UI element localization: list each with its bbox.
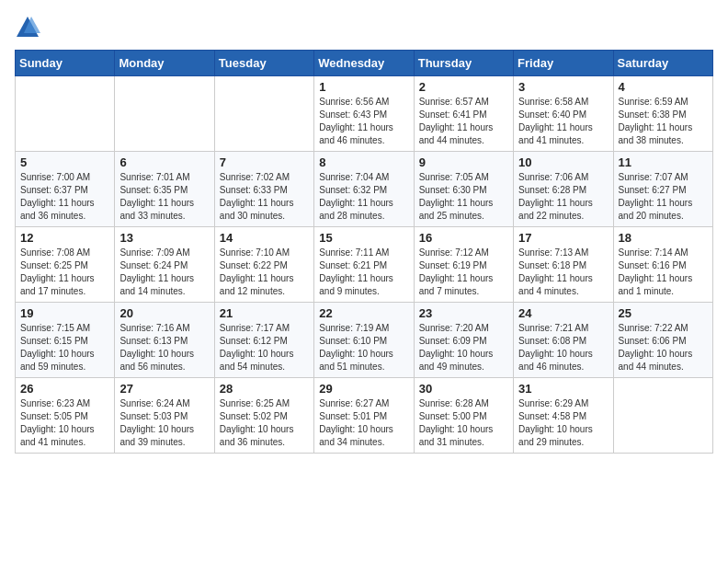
day-info: Sunrise: 6:24 AM Sunset: 5:03 PM Dayligh… — [119, 397, 209, 449]
calendar-cell: 17Sunrise: 7:13 AM Sunset: 6:18 PM Dayli… — [514, 227, 613, 303]
day-number: 27 — [119, 382, 209, 396]
calendar-cell: 30Sunrise: 6:28 AM Sunset: 5:00 PM Dayli… — [414, 378, 513, 454]
day-info: Sunrise: 7:09 AM Sunset: 6:24 PM Dayligh… — [119, 247, 209, 298]
day-number: 22 — [319, 306, 408, 320]
day-number: 21 — [220, 306, 309, 320]
day-info: Sunrise: 7:22 AM Sunset: 6:06 PM Dayligh… — [619, 322, 708, 373]
calendar-week-row: 5Sunrise: 7:00 AM Sunset: 6:37 PM Daylig… — [16, 152, 713, 227]
day-info: Sunrise: 7:05 AM Sunset: 6:30 PM Dayligh… — [419, 171, 508, 223]
day-info: Sunrise: 6:23 AM Sunset: 5:05 PM Dayligh… — [20, 397, 109, 449]
calendar-header-thursday: Thursday — [414, 51, 513, 76]
day-info: Sunrise: 7:16 AM Sunset: 6:13 PM Dayligh… — [119, 322, 209, 373]
day-number: 30 — [419, 382, 508, 396]
calendar-cell: 18Sunrise: 7:14 AM Sunset: 6:16 PM Dayli… — [613, 227, 712, 303]
logo — [15, 15, 44, 40]
day-info: Sunrise: 7:02 AM Sunset: 6:33 PM Dayligh… — [220, 171, 309, 223]
calendar-week-row: 26Sunrise: 6:23 AM Sunset: 5:05 PM Dayli… — [16, 378, 713, 454]
calendar-cell: 7Sunrise: 7:02 AM Sunset: 6:33 PM Daylig… — [214, 152, 313, 227]
calendar-cell: 29Sunrise: 6:27 AM Sunset: 5:01 PM Dayli… — [314, 378, 414, 454]
day-number: 8 — [319, 155, 408, 169]
calendar-cell: 20Sunrise: 7:16 AM Sunset: 6:13 PM Dayli… — [115, 303, 214, 378]
day-info: Sunrise: 7:15 AM Sunset: 6:15 PM Dayligh… — [20, 322, 109, 373]
day-info: Sunrise: 6:25 AM Sunset: 5:02 PM Dayligh… — [220, 397, 309, 449]
calendar-cell: 21Sunrise: 7:17 AM Sunset: 6:12 PM Dayli… — [214, 303, 313, 378]
day-number: 31 — [518, 382, 608, 396]
calendar-header-monday: Monday — [115, 51, 214, 76]
day-info: Sunrise: 6:59 AM Sunset: 6:38 PM Dayligh… — [619, 96, 708, 147]
calendar-header-wednesday: Wednesday — [314, 51, 414, 76]
day-number: 2 — [419, 80, 508, 94]
day-info: Sunrise: 7:01 AM Sunset: 6:35 PM Dayligh… — [119, 171, 209, 223]
day-info: Sunrise: 6:29 AM Sunset: 4:58 PM Dayligh… — [518, 397, 608, 449]
calendar-cell: 4Sunrise: 6:59 AM Sunset: 6:38 PM Daylig… — [613, 76, 712, 152]
calendar-header-tuesday: Tuesday — [214, 51, 313, 76]
day-info: Sunrise: 7:20 AM Sunset: 6:09 PM Dayligh… — [419, 322, 508, 373]
day-number: 1 — [319, 80, 408, 94]
calendar-cell: 15Sunrise: 7:11 AM Sunset: 6:21 PM Dayli… — [314, 227, 414, 303]
calendar-cell — [115, 76, 214, 152]
calendar-cell: 9Sunrise: 7:05 AM Sunset: 6:30 PM Daylig… — [414, 152, 513, 227]
day-info: Sunrise: 7:07 AM Sunset: 6:27 PM Dayligh… — [619, 171, 708, 223]
day-number: 12 — [20, 231, 109, 245]
calendar-cell: 6Sunrise: 7:01 AM Sunset: 6:35 PM Daylig… — [115, 152, 214, 227]
day-info: Sunrise: 7:06 AM Sunset: 6:28 PM Dayligh… — [518, 171, 608, 223]
calendar-week-row: 12Sunrise: 7:08 AM Sunset: 6:25 PM Dayli… — [16, 227, 713, 303]
day-info: Sunrise: 7:08 AM Sunset: 6:25 PM Dayligh… — [20, 247, 109, 298]
day-info: Sunrise: 7:12 AM Sunset: 6:19 PM Dayligh… — [419, 247, 508, 298]
day-number: 7 — [220, 155, 309, 169]
logo-icon — [15, 15, 40, 40]
day-number: 29 — [319, 382, 408, 396]
calendar-cell: 3Sunrise: 6:58 AM Sunset: 6:40 PM Daylig… — [514, 76, 613, 152]
day-number: 5 — [20, 155, 109, 169]
day-info: Sunrise: 7:11 AM Sunset: 6:21 PM Dayligh… — [319, 247, 408, 298]
calendar-cell: 5Sunrise: 7:00 AM Sunset: 6:37 PM Daylig… — [16, 152, 115, 227]
day-info: Sunrise: 7:21 AM Sunset: 6:08 PM Dayligh… — [518, 322, 608, 373]
day-info: Sunrise: 6:57 AM Sunset: 6:41 PM Dayligh… — [419, 96, 508, 147]
calendar-cell: 11Sunrise: 7:07 AM Sunset: 6:27 PM Dayli… — [613, 152, 712, 227]
calendar-week-row: 19Sunrise: 7:15 AM Sunset: 6:15 PM Dayli… — [16, 303, 713, 378]
day-info: Sunrise: 6:28 AM Sunset: 5:00 PM Dayligh… — [419, 397, 508, 449]
day-number: 26 — [20, 382, 109, 396]
day-number: 14 — [220, 231, 309, 245]
calendar-week-row: 1Sunrise: 6:56 AM Sunset: 6:43 PM Daylig… — [16, 76, 713, 152]
calendar-cell: 23Sunrise: 7:20 AM Sunset: 6:09 PM Dayli… — [414, 303, 513, 378]
day-number: 3 — [518, 80, 608, 94]
calendar-cell: 26Sunrise: 6:23 AM Sunset: 5:05 PM Dayli… — [16, 378, 115, 454]
calendar-cell — [613, 378, 712, 454]
day-number: 11 — [619, 155, 708, 169]
day-info: Sunrise: 7:00 AM Sunset: 6:37 PM Dayligh… — [20, 171, 109, 223]
day-info: Sunrise: 7:10 AM Sunset: 6:22 PM Dayligh… — [220, 247, 309, 298]
day-info: Sunrise: 7:14 AM Sunset: 6:16 PM Dayligh… — [619, 247, 708, 298]
day-number: 20 — [119, 306, 209, 320]
header — [15, 15, 713, 40]
calendar-header-saturday: Saturday — [613, 51, 712, 76]
calendar-cell: 10Sunrise: 7:06 AM Sunset: 6:28 PM Dayli… — [514, 152, 613, 227]
calendar-cell: 2Sunrise: 6:57 AM Sunset: 6:41 PM Daylig… — [414, 76, 513, 152]
calendar-cell: 22Sunrise: 7:19 AM Sunset: 6:10 PM Dayli… — [314, 303, 414, 378]
calendar-table: SundayMondayTuesdayWednesdayThursdayFrid… — [15, 50, 713, 454]
day-number: 17 — [518, 231, 608, 245]
day-number: 9 — [419, 155, 508, 169]
day-info: Sunrise: 6:56 AM Sunset: 6:43 PM Dayligh… — [319, 96, 408, 147]
calendar-header-row: SundayMondayTuesdayWednesdayThursdayFrid… — [16, 51, 713, 76]
calendar-header-sunday: Sunday — [16, 51, 115, 76]
day-number: 10 — [518, 155, 608, 169]
day-number: 25 — [619, 306, 708, 320]
day-number: 15 — [319, 231, 408, 245]
day-number: 4 — [619, 80, 708, 94]
day-number: 6 — [119, 155, 209, 169]
day-info: Sunrise: 7:13 AM Sunset: 6:18 PM Dayligh… — [518, 247, 608, 298]
day-info: Sunrise: 7:04 AM Sunset: 6:32 PM Dayligh… — [319, 171, 408, 223]
calendar-cell: 13Sunrise: 7:09 AM Sunset: 6:24 PM Dayli… — [115, 227, 214, 303]
calendar-cell — [16, 76, 115, 152]
day-number: 23 — [419, 306, 508, 320]
calendar-cell — [214, 76, 313, 152]
day-info: Sunrise: 7:19 AM Sunset: 6:10 PM Dayligh… — [319, 322, 408, 373]
calendar-cell: 1Sunrise: 6:56 AM Sunset: 6:43 PM Daylig… — [314, 76, 414, 152]
day-number: 24 — [518, 306, 608, 320]
calendar-cell: 24Sunrise: 7:21 AM Sunset: 6:08 PM Dayli… — [514, 303, 613, 378]
calendar-cell: 16Sunrise: 7:12 AM Sunset: 6:19 PM Dayli… — [414, 227, 513, 303]
day-info: Sunrise: 6:58 AM Sunset: 6:40 PM Dayligh… — [518, 96, 608, 147]
day-number: 28 — [220, 382, 309, 396]
calendar-header-friday: Friday — [514, 51, 613, 76]
